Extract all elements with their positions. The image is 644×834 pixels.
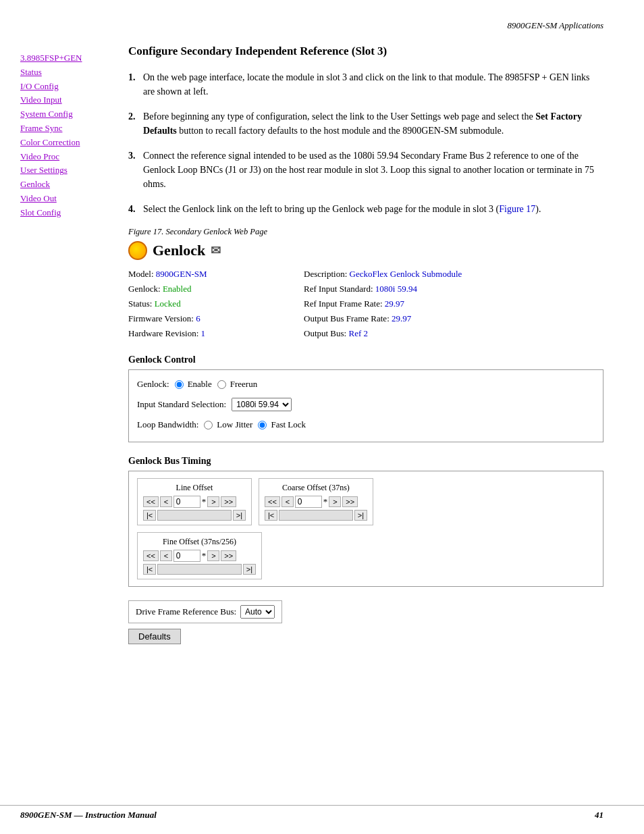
sidebar-top-link[interactable]: 3.8985FSP+GEN	[20, 51, 122, 66]
step-4-text: Select the Genlock link on the left to b…	[143, 202, 541, 216]
fine-offset-wrapper: Fine Offset (37ns/256) << < * > >> |<	[137, 532, 595, 579]
status-value: Locked	[155, 298, 181, 309]
coarse-bar-far-right[interactable]: >|	[354, 510, 367, 521]
fine-step-right[interactable]: >	[207, 550, 219, 561]
coarse-step-far-right[interactable]: >>	[342, 496, 358, 507]
step-1-text: On the web page interface, locate the mo…	[143, 70, 603, 99]
coarse-step-right[interactable]: >	[329, 496, 341, 507]
genlock-control-row-1: Genlock: Enable Freerun	[137, 375, 595, 393]
sidebar-item-slot-config[interactable]: Slot Config	[20, 206, 122, 220]
sidebar-item-video-out[interactable]: Video Out	[20, 192, 122, 206]
low-jitter-radio[interactable]	[204, 421, 213, 429]
fine-offset-input[interactable]	[173, 550, 200, 562]
info-col-genlock: Genlock: Enabled	[128, 282, 277, 296]
defaults-button[interactable]: Defaults	[128, 629, 181, 644]
bus-timing-box: Line Offset << < * > >> |< >|	[128, 471, 603, 587]
freerun-radio-group: Freerun	[217, 375, 257, 393]
description-value: GeckoFlex Genlock Submodule	[350, 269, 462, 279]
step-4: 4. Select the Genlock link on the left t…	[128, 202, 603, 216]
footer: 8900GEN-SM — Instruction Manual 41	[0, 805, 644, 820]
line-step-right[interactable]: >	[207, 496, 219, 507]
info-row-4: Firmware Version: 6 Output Bus Frame Rat…	[128, 311, 603, 326]
sidebar-item-user-settings[interactable]: User Settings	[20, 163, 122, 178]
fine-bar-far-right[interactable]: >|	[243, 564, 256, 575]
fine-bar-far-left[interactable]: |<	[143, 564, 156, 575]
hardware-value: 1	[201, 328, 206, 338]
sidebar-item-status[interactable]: Status	[20, 66, 122, 80]
coarse-step-left[interactable]: <	[281, 496, 294, 507]
freerun-label: Freerun	[230, 375, 257, 393]
bus-timing-title: Genlock Bus Timing	[128, 456, 603, 467]
genlock-icon	[128, 241, 147, 260]
step-4-num: 4.	[128, 202, 143, 216]
info-col-ref-frame: Ref Input Frame Rate: 29.97	[304, 296, 452, 311]
sidebar-item-frame-sync[interactable]: Frame Sync	[20, 122, 122, 136]
coarse-bar-far-left[interactable]: |<	[265, 510, 277, 521]
step-2-text: Before beginning any type of configurati…	[143, 109, 603, 138]
footer-left: 8900GEN-SM — Instruction Manual	[20, 810, 157, 820]
info-col-output-bus: Output Bus: Ref 2	[304, 326, 452, 341]
sidebar-item-io-config[interactable]: I/O Config	[20, 80, 122, 94]
drive-frame-box: Drive Frame Reference Bus: Auto	[128, 600, 282, 623]
line-offset-box: Line Offset << < * > >> |< >|	[137, 478, 252, 525]
line-asterisk: *	[202, 496, 207, 507]
genlock-header: Genlock ✉	[128, 241, 603, 260]
low-jitter-label: Low Jitter	[217, 416, 252, 434]
line-stepper-row: << < * > >>	[143, 496, 246, 508]
enable-radio[interactable]	[175, 380, 184, 389]
fine-bar-row: |< >|	[143, 564, 256, 575]
line-bar-far-left[interactable]: |<	[143, 510, 156, 521]
input-std-select[interactable]: 1080i 59.94	[232, 398, 292, 411]
drive-frame-select[interactable]: Auto	[240, 605, 275, 619]
output-bus-value: Ref 2	[348, 328, 368, 338]
fine-step-left[interactable]: <	[160, 550, 172, 561]
info-col-model: Model: 8900GEN-SM	[128, 267, 277, 282]
output-bus-frame-value: 29.97	[392, 313, 411, 323]
info-col-hardware: Hardware Revision: 1	[128, 326, 277, 341]
fine-step-far-left[interactable]: <<	[143, 550, 159, 561]
model-value: 8900GEN-SM	[156, 269, 207, 279]
step-3-text: Connect the reference signal intended to…	[143, 149, 603, 191]
sidebar-item-video-proc[interactable]: Video Proc	[20, 150, 122, 164]
main-content: Configure Secondary Independent Referenc…	[122, 38, 644, 644]
coarse-offset-input[interactable]	[295, 496, 322, 508]
figure-17-link[interactable]: Figure 17	[499, 204, 535, 214]
sidebar-item-video-input[interactable]: Video Input	[20, 93, 122, 107]
step-list: 1. On the web page interface, locate the…	[128, 70, 603, 216]
sidebar-item-genlock[interactable]: Genlock	[20, 178, 122, 192]
status-label: Status:	[128, 298, 152, 309]
sidebar: 3.8985FSP+GEN Status I/O Config Video In…	[0, 38, 122, 644]
fast-lock-group: Fast Lock	[258, 416, 306, 434]
input-std-label: Input Standard Selection:	[137, 396, 226, 413]
fine-offset-box: Fine Offset (37ns/256) << < * > >> |<	[137, 532, 262, 579]
fine-step-far-right[interactable]: >>	[221, 550, 236, 561]
ref-frame-value: 29.97	[385, 298, 404, 309]
model-label: Model:	[128, 269, 154, 279]
output-bus-frame-label: Output Bus Frame Rate:	[304, 313, 390, 323]
line-step-far-left[interactable]: <<	[143, 496, 159, 507]
fine-offset-title: Fine Offset (37ns/256)	[143, 537, 256, 547]
sidebar-item-system-config[interactable]: System Config	[20, 107, 122, 122]
step-1-num: 1.	[128, 70, 143, 99]
fast-lock-label: Fast Lock	[271, 416, 306, 434]
genlock-control-box: Genlock: Enable Freerun Input Standard S…	[128, 369, 603, 442]
line-step-left[interactable]: <	[160, 496, 172, 507]
freerun-radio[interactable]	[217, 380, 226, 389]
step-2: 2. Before beginning any type of configur…	[128, 109, 603, 138]
genlock-status-label: Genlock:	[128, 284, 161, 294]
genlock-title: Genlock	[153, 242, 205, 259]
sidebar-item-color-correction[interactable]: Color Correction	[20, 136, 122, 150]
low-jitter-group: Low Jitter	[204, 416, 252, 434]
info-row-1: Model: 8900GEN-SM Description: GeckoFlex…	[128, 267, 603, 282]
line-step-far-right[interactable]: >>	[221, 496, 236, 507]
genlock-email-icon: ✉	[211, 243, 221, 258]
step-3-num: 3.	[128, 149, 143, 191]
line-offset-input[interactable]	[173, 496, 200, 508]
coarse-step-far-left[interactable]: <<	[265, 496, 280, 507]
line-bar-far-right[interactable]: >|	[233, 510, 246, 521]
enable-radio-group: Enable	[175, 375, 212, 393]
fine-stepper-row: << < * > >>	[143, 550, 256, 562]
info-row-5: Hardware Revision: 1 Output Bus: Ref 2	[128, 326, 603, 341]
fast-lock-radio[interactable]	[258, 421, 267, 429]
coarse-offset-box: Coarse Offset (37ns) << < * > >> |<	[259, 478, 373, 525]
